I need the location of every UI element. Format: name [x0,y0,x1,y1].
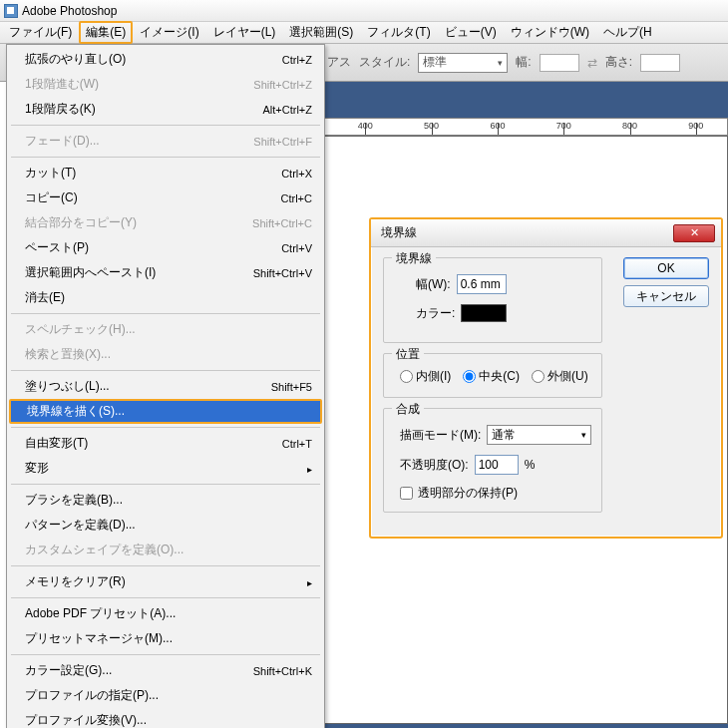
pos-center-option[interactable]: 中央(C) [463,368,520,385]
menu-item[interactable]: 1段階戻る(K)Alt+Ctrl+Z [7,97,324,122]
window-title: Adobe Photoshop [22,4,117,18]
menubar: ファイル(F)編集(E)イメージ(I)レイヤー(L)選択範囲(S)フィルタ(T)… [0,22,728,44]
menu-item-label: カット(T) [25,165,76,182]
menu-item-label: パターンを定義(D)... [25,517,136,534]
menu-item[interactable]: 消去(E) [7,285,324,310]
menu-item[interactable]: 選択範囲内へペースト(I)Shift+Ctrl+V [7,260,324,285]
menu-item-shortcut: Shift+Ctrl+F [253,136,312,148]
menu-item-shortcut: Shift+Ctrl+K [253,665,312,677]
menu-item-label: 拡張のやり直し(O) [25,51,126,68]
cancel-label: キャンセル [636,288,696,305]
menu-ウィンドウ[interactable]: ウィンドウ(W) [504,21,596,44]
preserve-transparent-label: 透明部分の保持(P) [418,485,518,502]
menu-separator [11,565,320,566]
width-input[interactable] [540,54,579,72]
menu-item-shortcut: Ctrl+T [282,438,312,450]
menu-item[interactable]: 拡張のやり直し(O)Ctrl+Z [7,47,324,72]
menu-item-shortcut [301,576,312,588]
menu-item[interactable]: ペースト(P)Ctrl+V [7,235,324,260]
menu-item[interactable]: カラー設定(G)...Shift+Ctrl+K [7,658,324,683]
menu-フィルタ[interactable]: フィルタ(T) [360,21,437,44]
menu-item-label: 選択範囲内へペースト(I) [25,264,156,281]
stroke-color-swatch[interactable] [461,304,507,322]
opacity-suffix: % [525,458,536,472]
close-button[interactable]: ✕ [673,224,715,242]
menu-item[interactable]: 境界線を描く(S)... [9,399,322,424]
menu-item-label: カラー設定(G)... [25,662,112,679]
menu-item-label: カスタムシェイプを定義(O)... [25,542,183,558]
menu-item[interactable]: 自由変形(T)Ctrl+T [7,431,324,456]
pos-center-label: 中央(C) [479,368,520,385]
menu-separator [11,125,320,126]
blend-mode-select[interactable]: 通常 [487,425,591,445]
menu-item-shortcut: Shift+Ctrl+V [253,267,312,279]
pos-outside-label: 外側(U) [547,368,588,385]
menu-ビュー[interactable]: ビュー(V) [438,21,504,44]
dialog-titlebar[interactable]: 境界線 ✕ [371,219,721,247]
menu-item: 1段階進む(W)Shift+Ctrl+Z [7,72,324,97]
menu-item[interactable]: カット(T)Ctrl+X [7,161,324,185]
menu-item[interactable]: コピー(C)Ctrl+C [7,185,324,210]
menu-item-label: 変形 [25,460,49,477]
menu-item[interactable]: パターンを定義(D)... [7,513,324,538]
menu-item: 検索と置換(X)... [7,342,324,367]
style-value: 標準 [423,54,447,71]
menu-ファイル[interactable]: ファイル(F) [2,21,79,44]
menu-separator [11,654,320,655]
menu-item-label: 消去(E) [25,289,65,306]
height-input[interactable] [640,54,680,72]
pos-outside-option[interactable]: 外側(U) [532,368,588,385]
menu-item[interactable]: 変形 [7,456,324,481]
cancel-button[interactable]: キャンセル [623,285,709,307]
menu-item-shortcut [301,463,312,475]
anti-alias-fragment: アス [327,54,351,71]
pos-center-radio[interactable] [463,370,476,383]
opacity-input[interactable] [475,455,519,475]
menu-レイヤー[interactable]: レイヤー(L) [206,21,283,44]
window-titlebar: Adobe Photoshop [0,0,728,22]
menu-item: スペルチェック(H)... [7,317,324,342]
blend-group: 合成 描画モード(M): 通常 不透明度(O): % 透明部分の保持(P) [383,408,602,513]
stroke-width-input[interactable] [457,274,507,294]
menu-item-label: 結合部分をコピー(Y) [25,214,137,231]
menu-separator [11,370,320,371]
swap-icon[interactable]: ⇄ [587,56,597,70]
menu-item-label: 検索と置換(X)... [25,346,111,363]
position-group: 位置 内側(I) 中央(C) 外側(U) [383,353,602,398]
menu-item: カスタムシェイプを定義(O)... [7,538,324,562]
menu-ヘルプ[interactable]: ヘルプ(H [596,21,659,44]
menu-イメージ[interactable]: イメージ(I) [133,21,205,44]
menu-item[interactable]: プリセットマネージャ(M)... [7,626,324,651]
ok-button[interactable]: OK [623,257,709,279]
pos-inside-option[interactable]: 内側(I) [400,368,451,385]
menu-separator [11,313,320,314]
menu-item[interactable]: 塗りつぶし(L)...Shift+F5 [7,374,324,399]
pos-outside-radio[interactable] [532,370,545,383]
menu-item-label: プロファイル変換(V)... [25,712,147,728]
menu-item[interactable]: Adobe PDF プリセット(A)... [7,601,324,626]
style-dropdown[interactable]: 標準 [418,53,508,73]
menu-separator [11,427,320,428]
stroke-color-label: カラー: [416,305,455,322]
menu-item[interactable]: プロファイルの指定(P)... [7,683,324,708]
menu-item[interactable]: ブラシを定義(B)... [7,488,324,513]
style-label: スタイル: [359,54,410,71]
menu-item-label: 1段階戻る(K) [25,101,96,118]
menu-item-shortcut: Shift+Ctrl+Z [253,79,312,91]
edit-menu: 拡張のやり直し(O)Ctrl+Z1段階進む(W)Shift+Ctrl+Z1段階戻… [6,44,325,728]
pos-inside-label: 内側(I) [416,368,451,385]
ok-label: OK [657,261,674,275]
menu-選択範囲[interactable]: 選択範囲(S) [282,21,360,44]
menu-編集[interactable]: 編集(E) [79,21,133,44]
menu-item[interactable]: メモリをクリア(R) [7,569,324,594]
menu-item: フェード(D)...Shift+Ctrl+F [7,129,324,154]
stroke-dialog: 境界線 ✕ OK キャンセル 境界線 幅(W): カラー: 位置 内側(I) 中… [369,217,723,539]
preserve-transparent-checkbox[interactable] [400,487,413,500]
menu-item-label: プロファイルの指定(P)... [25,687,159,704]
blend-mode-label: 描画モード(M): [400,427,481,444]
dialog-title: 境界線 [381,224,417,241]
menu-item[interactable]: プロファイル変換(V)... [7,708,324,728]
pos-inside-radio[interactable] [400,370,413,383]
stroke-width-label: 幅(W): [416,276,451,293]
menu-item-label: スペルチェック(H)... [25,321,136,338]
